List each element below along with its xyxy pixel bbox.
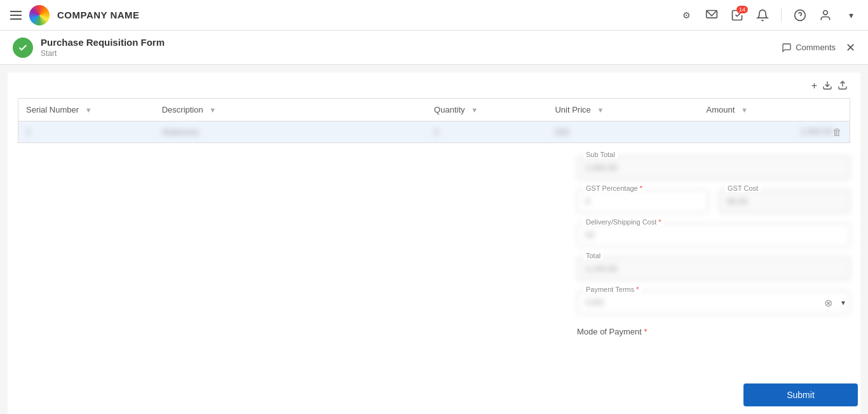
form-header-right: Comments ✕ <box>782 41 855 55</box>
hamburger-icon[interactable] <box>10 11 22 20</box>
col-header-description: Description ▼ <box>154 99 426 121</box>
form-title-group: Purchase Requisition Form Start <box>41 37 165 58</box>
svg-point-3 <box>824 10 828 15</box>
gst-cost-label: GST Cost <box>725 184 761 192</box>
total-input <box>577 257 850 280</box>
form-subtitle: Start <box>41 49 165 58</box>
sub-total-input <box>577 156 850 179</box>
export-icon[interactable] <box>837 80 848 93</box>
add-row-icon[interactable]: + <box>811 80 817 93</box>
filter-qty-icon[interactable]: ▼ <box>471 106 478 114</box>
settings-icon[interactable]: ⚙ <box>679 8 693 22</box>
submit-bar: Submit <box>733 376 868 414</box>
form-fields-section: Sub Total GST Percentage * GST Cost Deli… <box>577 156 850 336</box>
sub-total-field: Sub Total <box>577 156 850 179</box>
col-header-serial: Serial Number ▼ <box>18 99 154 121</box>
gst-cost-input <box>719 190 850 213</box>
table-row: 1 Stationery 2 500 1,000.00 🗑 <box>18 121 850 143</box>
gst-row: GST Percentage * GST Cost <box>577 190 850 213</box>
col-header-unit-price: Unit Price ▼ <box>547 99 698 121</box>
total-field: Total <box>577 257 850 280</box>
gst-percentage-field: GST Percentage * <box>577 190 709 213</box>
gst-percentage-input[interactable] <box>577 190 709 213</box>
filter-price-icon[interactable]: ▼ <box>597 106 604 114</box>
cell-serial: 1 <box>18 121 154 143</box>
filter-amount-icon[interactable]: ▼ <box>741 106 748 114</box>
download-icon[interactable] <box>822 80 832 93</box>
items-table: Serial Number ▼ Description ▼ Quantity ▼… <box>18 98 850 143</box>
table-toolbar: + <box>18 80 850 93</box>
gst-percentage-label: GST Percentage * <box>583 184 645 192</box>
mode-of-payment-label: Mode of Payment * <box>577 327 850 336</box>
dropdown-arrow-icon[interactable]: ▾ <box>844 8 858 22</box>
nav-divider <box>781 8 782 23</box>
help-icon[interactable] <box>793 8 807 22</box>
cell-amount: 1,000.00 🗑 <box>698 121 850 143</box>
company-logo <box>29 5 50 25</box>
payment-terms-input[interactable] <box>577 291 850 314</box>
inbox-icon[interactable] <box>705 8 719 22</box>
total-label: Total <box>583 252 603 259</box>
status-circle <box>13 38 33 58</box>
filter-desc-icon[interactable]: ▼ <box>209 106 216 114</box>
tasks-icon[interactable]: 14 <box>730 8 744 22</box>
payment-terms-field: Payment Terms * ⊗ ▾ <box>577 291 850 314</box>
sub-total-label: Sub Total <box>583 151 618 158</box>
main-content: + Serial Number ▼ Description ▼ Quantity <box>8 72 860 414</box>
form-title: Purchase Requisition Form <box>41 37 165 48</box>
comments-button[interactable]: Comments <box>782 43 836 53</box>
tasks-badge: 14 <box>736 6 748 13</box>
cell-quantity: 2 <box>426 121 547 143</box>
submit-button[interactable]: Submit <box>743 383 858 406</box>
nav-right: ⚙ 14 ▾ <box>679 8 858 23</box>
user-icon[interactable] <box>818 8 832 22</box>
comments-label: Comments <box>796 43 836 52</box>
form-header-left: Purchase Requisition Form Start <box>13 37 165 58</box>
col-header-quantity: Quantity ▼ <box>426 99 547 121</box>
delivery-cost-label: Delivery/Shipping Cost * <box>583 218 664 226</box>
col-header-amount: Amount ▼ <box>698 99 850 121</box>
cell-unit-price: 500 <box>547 121 698 143</box>
nav-left: COMPANY NAME <box>10 5 140 25</box>
delete-row-icon[interactable]: 🗑 <box>832 127 842 137</box>
filter-serial-icon[interactable]: ▼ <box>85 106 92 114</box>
payment-terms-label: Payment Terms * <box>583 286 642 293</box>
delivery-cost-input[interactable] <box>577 223 850 247</box>
cell-description: Stationery <box>154 121 426 143</box>
company-name-label: COMPANY NAME <box>57 10 140 20</box>
form-header: Purchase Requisition Form Start Comments… <box>0 31 868 65</box>
payment-terms-clear-icon[interactable]: ⊗ <box>824 296 832 308</box>
delivery-cost-field: Delivery/Shipping Cost * <box>577 223 850 247</box>
top-navigation: COMPANY NAME ⚙ 14 ▾ <box>0 0 868 31</box>
close-button[interactable]: ✕ <box>846 41 855 55</box>
bell-icon[interactable] <box>756 8 770 22</box>
payment-terms-dropdown-icon[interactable]: ▾ <box>841 298 845 307</box>
gst-cost-field: GST Cost <box>719 190 850 213</box>
